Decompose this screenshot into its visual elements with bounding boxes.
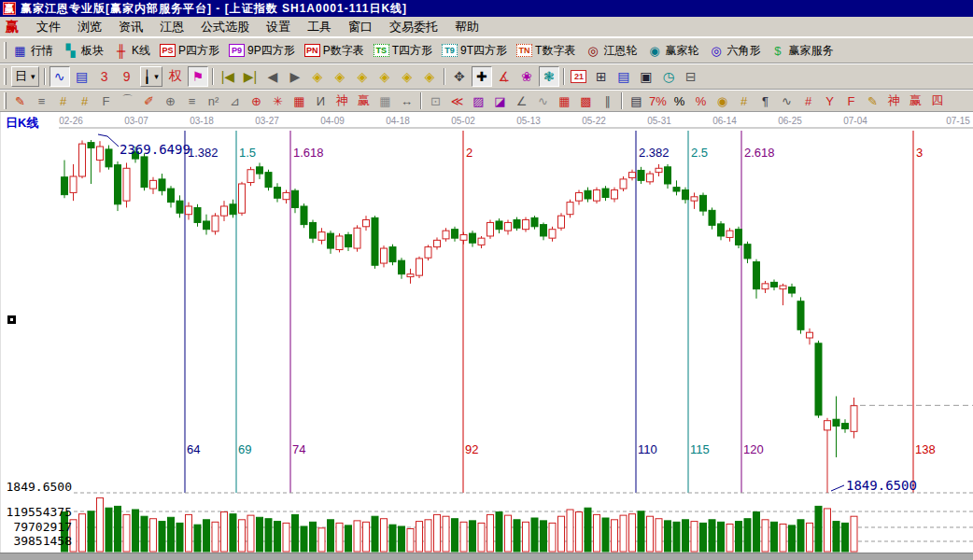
star-ray-tool-icon[interactable]: ✳ — [268, 91, 288, 110]
pencil-tool-icon[interactable]: ✐ — [139, 91, 159, 110]
gann-wheel-button[interactable]: ◎江恩轮 — [584, 39, 642, 62]
percent-line-tool-icon[interactable]: % — [691, 91, 711, 110]
gann-line-tool-icon[interactable]: ≡ — [32, 91, 51, 110]
fan-box-tool-icon[interactable]: ◪ — [490, 91, 510, 110]
first-page-icon[interactable]: |◀ — [218, 66, 238, 87]
stretch-x-icon[interactable]: ◈ — [352, 66, 373, 87]
menu-item-news[interactable]: 资讯 — [110, 18, 151, 36]
cycle-circle-tool-icon[interactable]: ⊕ — [161, 91, 180, 110]
ying-tool-icon[interactable]: 赢 — [354, 91, 374, 110]
winner-service-button[interactable]: $赢家服务 — [769, 39, 838, 62]
world-clock-icon[interactable]: ◷ — [658, 66, 679, 87]
volume-profile-tool-icon[interactable]: ▤ — [627, 91, 646, 110]
red-gold-tool-icon[interactable]: # — [798, 91, 818, 110]
calculator-icon[interactable]: ⊞ — [591, 66, 612, 87]
four-square-tool-icon[interactable]: 四 — [927, 91, 947, 110]
zoom-out-x-icon[interactable]: ◈ — [307, 66, 328, 87]
gold-pen-tool-icon[interactable]: ✎ — [863, 91, 882, 110]
info-list-icon[interactable]: ▤ — [72, 66, 92, 87]
winner-wheel-button[interactable]: ◉赢家轮 — [645, 39, 703, 62]
menu-item-trade-entrust[interactable]: 交易委托 — [381, 18, 446, 36]
kline-chart[interactable]: 02-2603-0703-1803-2704-0904-1805-0205-13… — [1, 112, 973, 553]
gold-average-tool-icon[interactable]: # — [734, 91, 754, 110]
menu-item-file[interactable]: 文件 — [28, 18, 69, 36]
percent-7-tool-icon[interactable]: 7% — [648, 91, 668, 110]
notepad-icon[interactable]: ▤ — [613, 66, 634, 87]
dense-grid-tool-icon[interactable]: ▩ — [576, 91, 596, 110]
wave-tool-icon[interactable]: ∿ — [533, 91, 553, 110]
flag-indicator-icon[interactable]: ⚑ — [188, 66, 208, 87]
hexagon-button[interactable]: ◎六角形 — [707, 39, 765, 62]
zigzag-3-icon[interactable]: 3 — [94, 66, 115, 87]
calendar-icon[interactable]: 21 — [569, 66, 589, 87]
percent-tool-icon[interactable]: % — [670, 91, 689, 110]
gann-fan-grid-tool-icon[interactable]: ▨ — [469, 91, 488, 110]
grid-tool-icon[interactable]: ▦ — [555, 91, 574, 110]
shen-red-tool-icon[interactable]: 神 — [884, 91, 904, 110]
gann-target-tool-icon[interactable]: ⊕ — [247, 91, 266, 110]
t-number-table-button[interactable]: TNT数字表 — [515, 39, 580, 62]
pan-hand-tool-icon[interactable]: ✥ — [449, 66, 470, 87]
last-page-icon[interactable]: ▶| — [240, 66, 261, 87]
period-selector[interactable]: 日▾ — [11, 66, 39, 87]
left-drag-handle[interactable] — [7, 315, 16, 324]
fan-lines-tool-icon[interactable]: ≪ — [447, 91, 467, 110]
quotes-button[interactable]: ▦行情 — [11, 39, 58, 62]
broken-line-tool-icon[interactable]: И — [311, 91, 331, 110]
shen-tool-icon[interactable]: 神 — [332, 91, 352, 110]
square-of-nine-tool-icon[interactable]: n² — [204, 91, 223, 110]
compress-chart-icon[interactable]: ◈ — [374, 66, 395, 87]
sectors-button[interactable]: ▚板块 — [62, 39, 108, 62]
price-grid-tool-icon[interactable]: ▦ — [375, 91, 395, 110]
flower-tool-icon[interactable]: ❀ — [516, 66, 537, 87]
p-number-table-button[interactable]: PNP数字表 — [303, 39, 369, 62]
bottom-scroll-strip[interactable] — [0, 553, 973, 560]
parallel-lines-tool-icon[interactable]: ∥ — [598, 91, 617, 110]
candle-style[interactable]: ╽▾ — [140, 66, 162, 87]
brush-tool-icon[interactable]: ✎ — [10, 91, 30, 110]
p-square-button[interactable]: PSP四方形 — [159, 39, 224, 62]
triangle-tool-icon[interactable]: ⊿ — [225, 91, 245, 110]
expand-chart-icon[interactable]: ◈ — [397, 66, 417, 87]
toolbar-grip[interactable] — [4, 42, 7, 59]
chart-area[interactable]: 日K线 02-2603-0703-1803-2704-0904-1805-020… — [0, 112, 973, 553]
menu-item-window[interactable]: 窗口 — [340, 18, 381, 36]
spider-web-tool-icon[interactable]: ▦ — [289, 91, 309, 110]
menu-item-browse[interactable]: 浏览 — [69, 18, 110, 36]
menu-item-formula-stock-pick[interactable]: 公式选股 — [192, 18, 258, 36]
fibonacci-tool-icon[interactable]: F — [96, 91, 116, 110]
angle-measure-tool-icon[interactable]: ∡ — [494, 66, 515, 87]
zigzag-9-icon[interactable]: 9 — [117, 66, 137, 87]
toolbar-grip[interactable] — [4, 68, 7, 85]
menu-item-settings[interactable]: 设置 — [258, 18, 299, 36]
f-red-tool-icon[interactable]: F — [841, 91, 861, 110]
menu-item-gann[interactable]: 江恩 — [151, 18, 192, 36]
9p-square-button[interactable]: P99P四方形 — [228, 39, 300, 62]
zoom-in-x-icon[interactable]: ◈ — [330, 66, 350, 87]
speed-line-tool-icon[interactable]: ≡ — [182, 91, 202, 110]
menu-item-tools[interactable]: 工具 — [299, 18, 340, 36]
crosshair-tool-icon[interactable]: ✚ — [472, 66, 492, 87]
overlay-chart-icon[interactable]: ∿ — [49, 66, 70, 87]
wave2-tool-icon[interactable]: ∿ — [777, 91, 797, 110]
t-square-button[interactable]: TST四方形 — [373, 39, 437, 62]
menu-item-help[interactable]: 帮助 — [446, 18, 487, 36]
ying-red-tool-icon[interactable]: 赢 — [906, 91, 925, 110]
kline-button[interactable]: ╫K线 — [112, 39, 155, 62]
angle-line-tool-icon[interactable]: ∠ — [512, 91, 531, 110]
vol-price-tool-icon[interactable]: ¶ — [755, 91, 775, 110]
fit-all-icon[interactable]: ◈ — [419, 66, 440, 87]
save-icon[interactable]: ▣ — [636, 66, 656, 87]
box-tool-icon[interactable]: ⊡ — [426, 91, 445, 110]
brain-tool-icon[interactable]: ❃ — [539, 66, 559, 87]
arc-tool-icon[interactable]: ⌒ — [118, 91, 137, 110]
gold-circle-tool-icon[interactable]: ◉ — [712, 91, 732, 110]
gold-section-tool-icon[interactable]: # — [53, 91, 73, 110]
time-span-tool-icon[interactable]: ↔ — [397, 91, 416, 110]
y-ratio-tool-icon[interactable]: Y — [820, 91, 839, 110]
golden-ratio-tool-icon[interactable]: # — [75, 91, 94, 110]
prev-page-icon[interactable]: ◀ — [262, 66, 283, 87]
print-icon[interactable]: ⊟ — [681, 66, 701, 87]
next-page-icon[interactable]: ▶ — [285, 66, 305, 87]
rights-adjust-icon[interactable]: 权 — [165, 66, 186, 87]
